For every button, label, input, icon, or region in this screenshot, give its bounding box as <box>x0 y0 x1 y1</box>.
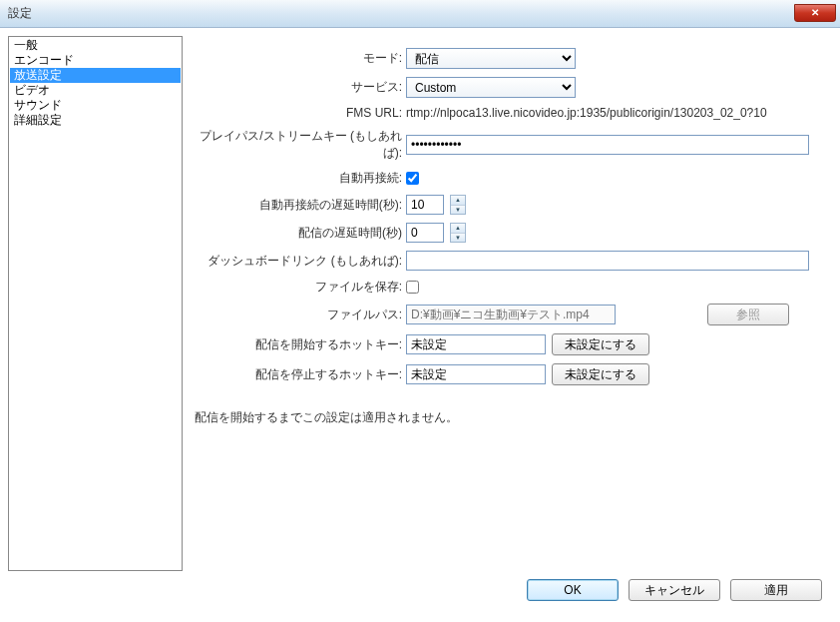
stream-key-label: プレイパス/ストリームキー (もしあれば): <box>191 128 406 162</box>
stop-hotkey-reset-button[interactable]: 未設定にする <box>552 363 649 385</box>
stream-key-input[interactable] <box>406 135 809 155</box>
sidebar-item-broadcast[interactable]: 放送設定 <box>10 68 181 83</box>
stop-hotkey-input[interactable] <box>406 364 546 384</box>
stream-delay-input[interactable] <box>406 223 444 243</box>
reconnect-delay-label: 自動再接続の遅延時間(秒): <box>191 197 406 214</box>
stream-delay-label: 配信の遅延時間(秒) <box>191 225 406 242</box>
spinner-up-icon[interactable]: ▲ <box>451 196 465 206</box>
sidebar-item-general[interactable]: 一般 <box>10 38 181 53</box>
sidebar-item-video[interactable]: ビデオ <box>10 83 181 98</box>
close-button[interactable]: ✕ <box>794 4 836 22</box>
reconnect-delay-spinner[interactable]: ▲ ▼ <box>450 195 466 215</box>
save-file-label: ファイルを保存: <box>191 279 406 296</box>
file-path-input <box>406 305 616 324</box>
titlebar: 設定 ✕ <box>0 0 840 28</box>
auto-reconnect-label: 自動再接続: <box>191 170 406 187</box>
spinner-down-icon[interactable]: ▼ <box>451 234 465 243</box>
dashboard-link-label: ダッシュボードリンク (もしあれば): <box>191 253 406 270</box>
file-path-label: ファイルパス: <box>191 307 406 323</box>
ok-button[interactable]: OK <box>527 579 619 601</box>
form-area: モード: 配信 サービス: Custom FMS URL: rtmp://nlp… <box>183 36 832 571</box>
window-title: 設定 <box>8 5 32 22</box>
start-hotkey-label: 配信を開始するホットキー: <box>191 336 406 353</box>
close-icon: ✕ <box>811 7 819 18</box>
save-file-checkbox[interactable] <box>406 281 419 294</box>
dialog-body: 一般 エンコード 放送設定 ビデオ サウンド 詳細設定 モード: 配信 サービス… <box>0 28 840 579</box>
dashboard-link-input[interactable] <box>406 251 809 271</box>
button-bar: OK キャンセル 適用 <box>0 579 840 613</box>
spinner-down-icon[interactable]: ▼ <box>451 206 465 215</box>
sidebar: 一般 エンコード 放送設定 ビデオ サウンド 詳細設定 <box>8 36 183 571</box>
spinner-up-icon[interactable]: ▲ <box>451 224 465 234</box>
fms-url-label: FMS URL: <box>191 106 406 120</box>
sidebar-item-advanced[interactable]: 詳細設定 <box>10 113 181 128</box>
auto-reconnect-checkbox[interactable] <box>406 172 419 185</box>
fms-url-value: rtmp://nlpoca13.live.nicovideo.jp:1935/p… <box>406 106 767 120</box>
start-hotkey-input[interactable] <box>406 334 546 354</box>
apply-button[interactable]: 適用 <box>730 579 822 601</box>
sidebar-item-sound[interactable]: サウンド <box>10 98 181 113</box>
sidebar-item-encode[interactable]: エンコード <box>10 53 181 68</box>
settings-note: 配信を開始するまでこの設定は適用されません。 <box>195 409 828 426</box>
stream-delay-spinner[interactable]: ▲ ▼ <box>450 223 466 243</box>
service-label: サービス: <box>191 79 406 96</box>
mode-select[interactable]: 配信 <box>406 48 576 69</box>
browse-button: 参照 <box>707 304 789 325</box>
start-hotkey-reset-button[interactable]: 未設定にする <box>552 333 649 355</box>
reconnect-delay-input[interactable] <box>406 195 444 215</box>
cancel-button[interactable]: キャンセル <box>629 579 720 601</box>
stop-hotkey-label: 配信を停止するホットキー: <box>191 366 406 383</box>
mode-label: モード: <box>191 50 406 67</box>
service-select[interactable]: Custom <box>406 77 576 98</box>
